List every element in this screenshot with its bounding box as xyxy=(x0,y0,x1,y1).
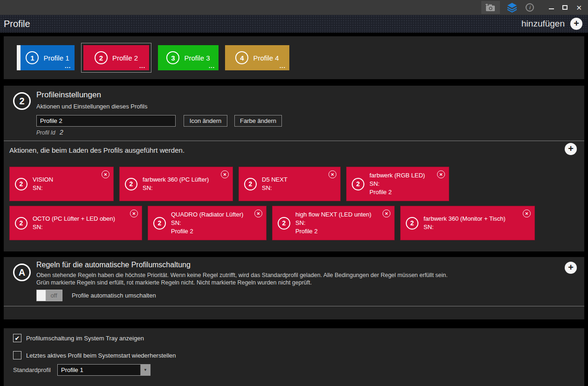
page-header: Profile hinzufügen + xyxy=(0,15,588,33)
add-profile-button[interactable]: + xyxy=(570,18,582,30)
profile-number-icon: 2 xyxy=(153,217,166,230)
profile-number-icon: 2 xyxy=(13,92,31,110)
profile-id-label: Profil Id xyxy=(36,129,55,136)
default-profile-dropdown[interactable]: Profile 1 ▼ xyxy=(57,364,150,376)
profile-number-icon: 2 xyxy=(15,217,27,230)
action-card-highflow[interactable]: 2 high flow NEXT (LED unten) SN: Profile… xyxy=(272,206,395,240)
profile-3-number-icon: 3 xyxy=(166,51,179,64)
device-serial: SN: xyxy=(295,219,371,227)
general-settings-panel: ✔ Profilumschaltung im System Tray anzei… xyxy=(4,328,584,386)
add-action-button[interactable]: + xyxy=(565,143,577,155)
remove-action-icon[interactable]: ✕ xyxy=(523,210,531,217)
auto-switch-rules-panel: A Regeln für die automatische Profilumsc… xyxy=(4,257,584,319)
add-profile-label: hinzufügen xyxy=(521,19,565,29)
auto-switch-toggle-label: Profile automatisch umschalten xyxy=(72,292,156,299)
device-name: OCTO (PC Lüfter + LED oben) xyxy=(33,215,115,223)
maximize-button[interactable] xyxy=(558,1,572,14)
device-name: farbwerk (RGB LED) xyxy=(369,171,425,180)
remove-action-icon[interactable]: ✕ xyxy=(437,170,445,178)
profile-tab-4-label: Profile 4 xyxy=(253,54,279,62)
profile-tab-4[interactable]: 4 Profile 4 ... xyxy=(225,45,289,70)
profile-2-number-icon: 2 xyxy=(95,51,108,64)
action-card-farbwerk360-monitor[interactable]: 2 farbwerk 360 (Monitor + Tisch) SN: ✕ xyxy=(400,206,535,240)
section-divider xyxy=(4,306,584,306)
device-extra: Profile 2 xyxy=(295,227,371,236)
profile-tab-2-label: Profile 2 xyxy=(112,54,138,62)
profile-name-input[interactable] xyxy=(36,115,176,127)
info-icon: i xyxy=(526,3,534,12)
action-card-d5next[interactable]: 2 D5 NEXT SN: ✕ xyxy=(239,167,341,201)
screenshot-button[interactable] xyxy=(481,1,500,14)
profile-1-number-icon: 1 xyxy=(26,51,39,64)
action-card-octo[interactable]: 2 OCTO (PC Lüfter + LED oben) SN: ✕ xyxy=(9,206,142,240)
device-name: QUADRO (Radiator Lüfter) xyxy=(171,210,243,219)
profile-tab-3-label: Profile 3 xyxy=(184,54,210,62)
profile-number-icon: 2 xyxy=(15,178,27,190)
profile-tabs-panel: 1 Profile 1 ... 2 Profile 2 ... 3 Profil… xyxy=(4,36,584,79)
actions-title: Aktionen, die beim Laden des Profils aus… xyxy=(9,146,185,154)
auto-switch-toggle[interactable]: off xyxy=(36,290,62,301)
page-title: Profile xyxy=(4,19,30,29)
action-card-farbwerk360-pc[interactable]: 2 farbwerk 360 (PC Lüfter) SN: ✕ xyxy=(119,167,233,201)
default-profile-label: Standardprofil xyxy=(13,366,57,373)
device-name: D5 NEXT xyxy=(262,176,287,184)
change-icon-button[interactable]: Icon ändern xyxy=(184,115,227,127)
plus-icon: + xyxy=(568,263,574,272)
device-serial: SN: xyxy=(143,184,209,192)
rules-description-1: Oben stehende Regeln haben die höchste P… xyxy=(36,272,448,278)
device-name: high flow NEXT (LED unten) xyxy=(295,210,371,219)
profile-2-more-button[interactable]: ... xyxy=(139,63,145,69)
remove-action-icon[interactable]: ✕ xyxy=(383,210,390,217)
device-name: farbwerk 360 (Monitor + Tisch) xyxy=(424,215,506,223)
profile-tab-1[interactable]: 1 Profile 1 ... xyxy=(17,45,75,70)
device-serial: SN: xyxy=(262,184,287,192)
camera-plus-icon xyxy=(485,4,496,12)
profile-number-icon: 2 xyxy=(352,178,364,190)
settings-subtitle: Aktionen und Einstellungen dieses Profil… xyxy=(36,103,147,110)
profile-number-icon: 2 xyxy=(125,178,137,190)
action-cards-row-2: 2 OCTO (PC Lüfter + LED oben) SN: ✕ 2 QU… xyxy=(9,206,535,240)
rules-title: Regeln für die automatische Profilumscha… xyxy=(36,261,191,269)
profile-4-number-icon: 4 xyxy=(235,51,248,64)
change-color-button[interactable]: Farbe ändern xyxy=(234,115,282,127)
layers-icon xyxy=(507,3,517,13)
plus-icon: + xyxy=(574,19,579,28)
remove-action-icon[interactable]: ✕ xyxy=(130,210,138,217)
profile-number-icon: 2 xyxy=(278,217,290,230)
checkmark-icon: ✔ xyxy=(15,335,20,342)
device-serial: SN: xyxy=(369,180,425,188)
close-button[interactable]: ✕ xyxy=(572,1,586,14)
profiles-layers-button[interactable] xyxy=(503,1,521,14)
device-name: farbwerk 360 (PC Lüfter) xyxy=(143,176,209,184)
device-serial: SN: xyxy=(33,223,115,231)
remove-action-icon[interactable]: ✕ xyxy=(221,170,229,178)
titlebar: i ✕ xyxy=(0,0,588,15)
action-card-quadro[interactable]: 2 QUADRO (Radiator Lüfter) SN: Profile 2… xyxy=(148,206,267,240)
profile-4-more-button[interactable]: ... xyxy=(280,63,286,69)
device-serial: SN: xyxy=(33,184,53,192)
rules-description-2: Grün markierte Regeln sind erfüllt, rot … xyxy=(36,279,312,286)
maximize-icon xyxy=(562,5,567,10)
restore-profile-checkbox[interactable]: ✔ xyxy=(13,351,21,359)
profile-tab-3[interactable]: 3 Profile 3 ... xyxy=(158,45,219,70)
profile-1-more-button[interactable]: ... xyxy=(65,63,71,69)
profile-3-more-button[interactable]: ... xyxy=(209,63,215,69)
device-extra: Profile 2 xyxy=(369,188,425,196)
profile-number-icon: 2 xyxy=(244,178,257,190)
minimize-button[interactable] xyxy=(545,1,558,14)
toggle-state-label: off xyxy=(46,290,62,301)
tray-checkbox[interactable]: ✔ xyxy=(13,334,21,342)
add-rule-button[interactable]: + xyxy=(565,262,577,274)
action-cards-row-1: 2 VISION SN: ✕ 2 farbwerk 360 (PC Lüfter… xyxy=(9,167,449,201)
remove-action-icon[interactable]: ✕ xyxy=(102,170,109,178)
chevron-down-icon[interactable]: ▼ xyxy=(140,365,150,375)
profile-settings-panel: 2 Profileinstellungen Aktionen und Einst… xyxy=(4,86,584,251)
profile-tab-2[interactable]: 2 Profile 2 ... xyxy=(81,43,151,73)
action-card-vision[interactable]: 2 VISION SN: ✕ xyxy=(9,167,114,201)
info-button[interactable]: i xyxy=(521,1,538,14)
profile-number-icon: 2 xyxy=(406,217,418,230)
remove-action-icon[interactable]: ✕ xyxy=(254,210,262,217)
action-card-farbwerk-rgb[interactable]: 2 farbwerk (RGB LED) SN: Profile 2 ✕ xyxy=(346,167,449,201)
remove-action-icon[interactable]: ✕ xyxy=(328,170,336,178)
device-name: VISION xyxy=(33,176,53,184)
